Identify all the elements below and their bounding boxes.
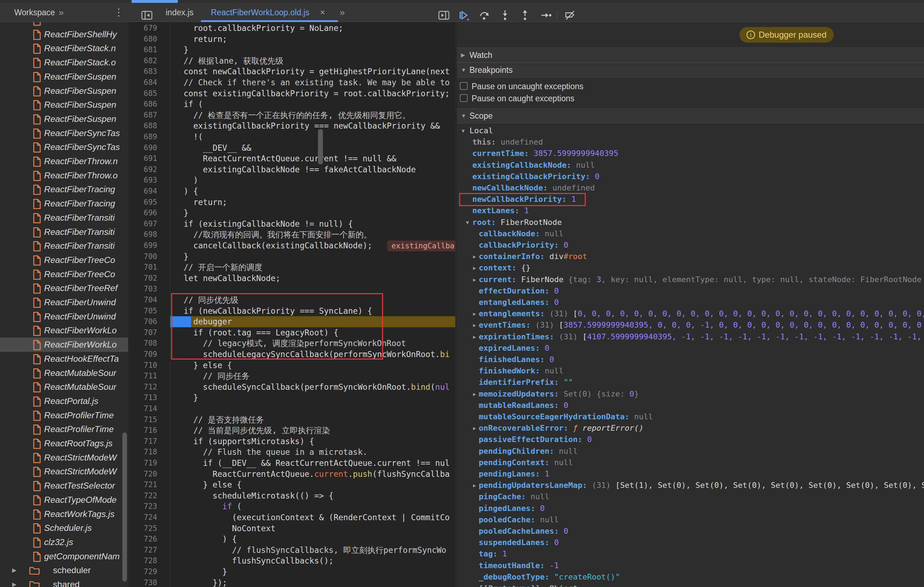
line-number[interactable]: 723: [129, 501, 170, 512]
file-item[interactable]: getComponentNam: [0, 549, 128, 564]
line-number[interactable]: 693: [129, 175, 170, 186]
scope-row[interactable]: existingCallbackNode: null: [457, 159, 924, 171]
scope-collapse-icon[interactable]: ▼: [461, 109, 466, 123]
line-number[interactable]: 684: [129, 77, 170, 88]
code-line[interactable]: 708 // legacy模式, 调度渲染performSyncWorkOnRo…: [129, 338, 455, 349]
code-line[interactable]: 682 // 根据lane, 获取优先级: [129, 56, 455, 66]
scope-row[interactable]: timeoutHandle: -1: [457, 560, 924, 571]
code-line[interactable]: 702 let newCallbackNode;: [129, 273, 455, 284]
toggle-navigator-icon[interactable]: [140, 9, 153, 22]
scope-expand-icon[interactable]: ▶: [473, 308, 476, 319]
line-number[interactable]: 692: [129, 164, 170, 175]
code-line[interactable]: 713 }: [129, 392, 455, 403]
file-item[interactable]: ReactFiberTransiti: [0, 239, 128, 253]
scope-row[interactable]: currentTime: 3857.5999999940395: [457, 148, 924, 159]
file-item[interactable]: ReactFiberTreeRef: [0, 281, 128, 295]
file-item[interactable]: ReactFiberTransiti: [0, 225, 128, 239]
step-out-icon[interactable]: [518, 9, 531, 22]
scope-row[interactable]: newCallbackPriority: 1: [457, 194, 924, 205]
line-number[interactable]: 711: [129, 371, 170, 381]
line-number[interactable]: 680: [129, 34, 170, 45]
code-line[interactable]: 698 //取消现有的回调。我们将在下面安排一个新的。: [129, 229, 455, 240]
resume-script-icon[interactable]: [457, 9, 470, 22]
code-line[interactable]: 722 scheduleMicrotask(() => {: [129, 490, 455, 501]
file-item[interactable]: ReactFiberSyncTas: [0, 140, 128, 154]
scope-row[interactable]: ▶eventTimes: (31) [3857.5999999940395, 0…: [457, 319, 924, 331]
file-item[interactable]: [0, 22, 128, 27]
pause-caught-row[interactable]: Pause on caught exceptions: [457, 92, 924, 104]
file-item[interactable]: ReactMutableSour: [0, 366, 128, 380]
scope-row[interactable]: pendingChildren: null: [457, 446, 924, 457]
scope-row[interactable]: existingCallbackPriority: 0: [457, 171, 924, 182]
scope-row[interactable]: pendingLanes: 1: [457, 468, 924, 480]
file-item[interactable]: ReactFiberUnwind: [0, 309, 128, 324]
code-line[interactable]: 723 if (: [129, 501, 455, 512]
line-number[interactable]: 722: [129, 490, 170, 501]
more-tabs-chevron-icon[interactable]: »: [340, 3, 345, 22]
line-number[interactable]: 697: [129, 219, 170, 230]
scope-row[interactable]: nextLanes: 1: [457, 205, 924, 216]
file-item[interactable]: ReactMutableSour: [0, 380, 128, 394]
line-number[interactable]: 698: [129, 229, 170, 240]
code-line[interactable]: 690 __DEV__ &&: [129, 143, 455, 153]
scope-row[interactable]: callbackNode: null: [457, 228, 924, 240]
line-number[interactable]: 714: [129, 403, 170, 414]
file-item[interactable]: ReactFiberWorkLo: [0, 323, 128, 337]
file-item[interactable]: ReactPortal.js: [0, 394, 128, 408]
scope-expand-icon[interactable]: ▼: [462, 125, 464, 136]
tree-item-folder[interactable]: ▶scheduler: [0, 563, 128, 577]
file-item[interactable]: Scheduler.js: [0, 521, 128, 535]
scope-row[interactable]: effectDuration: 0: [457, 285, 924, 297]
code-line[interactable]: 721 } else {: [129, 479, 455, 490]
scope-row[interactable]: _debugRootType: "createRoot()": [457, 571, 924, 583]
code-line[interactable]: 685 const existingCallbackPriority = roo…: [129, 88, 455, 99]
code-line[interactable]: 686 if (: [129, 99, 455, 110]
scope-row[interactable]: ▶expirationTimes: (31) [4107.59999999403…: [457, 331, 924, 342]
toggle-debugger-sidebar-icon[interactable]: [437, 9, 450, 22]
scope-row[interactable]: suspendedLanes: 0: [457, 537, 924, 548]
file-item[interactable]: ReactFiberSuspen: [0, 112, 128, 126]
file-item[interactable]: ReactTypeOfMode: [0, 493, 128, 507]
line-number[interactable]: 689: [129, 132, 170, 143]
file-item[interactable]: ReactStrictModeW: [0, 451, 128, 465]
line-number[interactable]: 728: [129, 556, 170, 566]
line-number[interactable]: 725: [129, 523, 170, 534]
line-number[interactable]: 730: [129, 577, 170, 587]
file-item[interactable]: ReactFiberStack.o: [0, 56, 128, 70]
code-line[interactable]: 715 // 是否支持微任务: [129, 414, 455, 425]
code-line[interactable]: 681 }: [129, 44, 455, 56]
scope-row[interactable]: ▶current: FiberNode {tag: 3, key: null, …: [457, 274, 924, 285]
code-line[interactable]: 719 if (__DEV__ && ReactCurrentActQueue.…: [129, 458, 455, 469]
code-line[interactable]: 714: [129, 403, 455, 414]
step-into-icon[interactable]: [498, 9, 512, 22]
scope-row[interactable]: ▶context: {}: [457, 262, 924, 274]
scope-expand-icon[interactable]: ▶: [473, 331, 476, 342]
file-item[interactable]: ReactProfilerTime: [0, 408, 128, 423]
workspace-tab-label[interactable]: Workspace: [14, 3, 55, 22]
code-line[interactable]: 707 if (root.tag === LegacyRoot) {: [129, 327, 455, 338]
scope-expand-icon[interactable]: ▶: [473, 262, 476, 274]
section-watch[interactable]: ▶ Watch: [457, 48, 924, 62]
file-item[interactable]: clz32.js: [0, 535, 128, 549]
scope-row[interactable]: ▼root: FiberRootNode: [457, 217, 924, 228]
file-item[interactable]: ReactFiberTreeCo: [0, 253, 128, 267]
scope-row[interactable]: ▶memoizedUpdaters: Set(0) {size: 0}: [457, 388, 924, 400]
folder-expand-icon[interactable]: ▶: [12, 563, 16, 577]
line-number[interactable]: 705: [129, 306, 170, 317]
code-line[interactable]: 729 }: [129, 566, 455, 577]
code-line[interactable]: 725 NoContext: [129, 523, 455, 534]
code-line[interactable]: 703: [129, 284, 455, 294]
scope-row[interactable]: callbackPriority: 0: [457, 240, 924, 251]
line-number[interactable]: 718: [129, 447, 170, 458]
file-item[interactable]: ReactFiberSuspen: [0, 98, 128, 112]
scope-row[interactable]: expiredLanes: 0: [457, 342, 924, 354]
line-number[interactable]: 701: [129, 262, 170, 273]
file-item[interactable]: ReactFiberSuspen: [0, 84, 128, 98]
scope-row[interactable]: tag: 1: [457, 548, 924, 560]
line-number[interactable]: 708: [129, 338, 170, 349]
code-line[interactable]: 705 if (newCallbackPriority === SyncLane…: [129, 306, 455, 317]
tree-item-folder[interactable]: ▶shared: [0, 577, 128, 587]
code-line[interactable]: 689 !(: [129, 132, 455, 143]
scope-expand-icon[interactable]: ▶: [473, 583, 476, 587]
folder-expand-icon[interactable]: ▶: [12, 577, 16, 587]
